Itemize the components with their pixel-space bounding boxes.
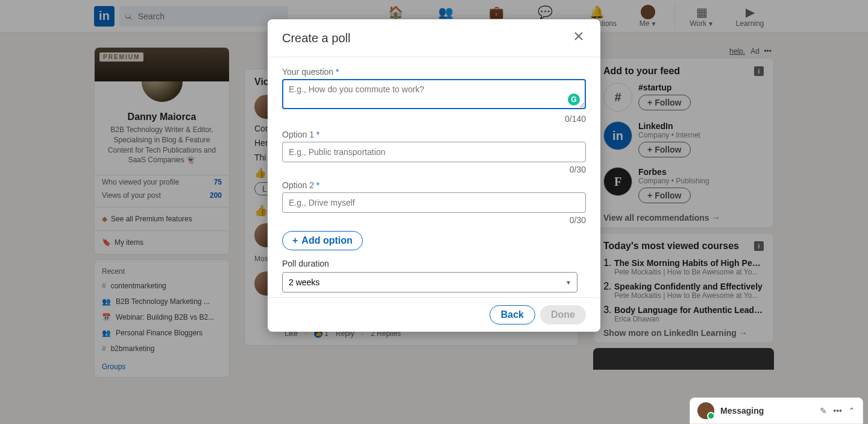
messaging-avatar — [697, 402, 714, 419]
option2-input[interactable] — [282, 192, 586, 213]
close-icon — [571, 29, 586, 43]
done-button[interactable]: Done — [540, 305, 586, 324]
plus-icon: + — [292, 235, 298, 246]
back-button[interactable]: Back — [489, 305, 535, 324]
grammarly-icon[interactable]: G — [568, 93, 580, 106]
duration-select[interactable]: 2 weeks — [282, 272, 577, 293]
duration-label: Poll duration — [282, 259, 586, 268]
question-counter: 0/140 — [282, 114, 586, 124]
option1-label: Option 1 * — [282, 130, 586, 139]
create-poll-modal: Create a poll Your question * G 0/140 Op… — [268, 19, 600, 332]
option1-input[interactable] — [282, 142, 586, 162]
messaging-title: Messaging — [720, 406, 814, 416]
option2-label: Option 2 * — [282, 180, 586, 190]
option2-counter: 0/30 — [282, 215, 586, 225]
compose-icon[interactable]: ✎ — [820, 406, 827, 416]
question-input[interactable] — [282, 79, 586, 109]
chevron-up-icon[interactable]: ⌃ — [848, 406, 855, 416]
option1-counter: 0/30 — [282, 165, 586, 174]
add-option-button[interactable]: +Add option — [282, 231, 363, 250]
modal-title: Create a poll — [282, 31, 350, 45]
close-button[interactable] — [571, 29, 586, 47]
messaging-bar[interactable]: Messaging ✎ ••• ⌃ — [690, 397, 863, 424]
more-icon[interactable]: ••• — [833, 406, 842, 416]
question-label: Your question * — [282, 67, 586, 77]
button-label: Add option — [301, 235, 352, 246]
